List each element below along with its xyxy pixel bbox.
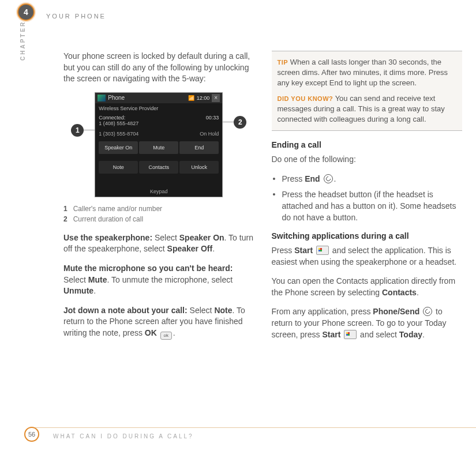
chapter-number-badge: 4 xyxy=(18,5,33,20)
phone-screen: Phone × Wireless Service Provider Connec… xyxy=(95,93,222,197)
contacts-bold: Contacts xyxy=(382,288,417,297)
switch-p2: You can open the Contacts application di… xyxy=(272,276,463,298)
page-header: 4 YOUR PHONE xyxy=(0,5,476,22)
mute-button: Mute xyxy=(139,141,178,154)
phone-statusbar: Phone × xyxy=(95,93,222,103)
mute-on-label: Mute xyxy=(88,275,107,284)
provider-name: Wireless Service Provider xyxy=(99,106,158,111)
section-name: YOUR PHONE xyxy=(46,13,106,20)
phone-send-bold: Phone/Send xyxy=(373,307,419,316)
end-bold: End xyxy=(305,174,320,183)
legend-2-num: 2 xyxy=(63,215,68,223)
clock xyxy=(197,95,210,101)
call-duration: 00:33 xyxy=(206,115,219,121)
phone-title: Phone xyxy=(108,95,125,101)
note-paragraph: Jot down a note about your call: Select … xyxy=(63,305,254,340)
left-column: Your phone screen is locked by default d… xyxy=(63,51,254,348)
chapter-label-vertical: CHAPTER xyxy=(20,21,26,61)
end-key-icon xyxy=(324,174,333,183)
held-number: 1 (303) 555-8704 xyxy=(99,131,138,137)
switching-heading: Switching applications during a call xyxy=(272,231,463,240)
note-label: Note xyxy=(214,306,232,315)
ending-call-list: Press End . Press the headset button (if… xyxy=(272,174,463,223)
phone-buttons-row1: Speaker On Mute End xyxy=(95,138,222,157)
callout-1: 1 xyxy=(71,124,84,137)
phone-send-icon xyxy=(423,307,432,316)
today-bold: Today xyxy=(399,330,422,339)
callout-2: 2 xyxy=(234,116,246,129)
active-number: 1 (408) 555-4827 xyxy=(95,121,222,130)
right-column: TIP When a call lasts longer than 30 sec… xyxy=(272,51,463,348)
close-icon: × xyxy=(212,94,220,102)
speaker-on-label: Speaker On xyxy=(179,233,224,242)
start-icon xyxy=(316,246,329,255)
tip-label: TIP xyxy=(278,59,288,66)
speakerphone-paragraph: Use the speakerphone: Select Speaker On.… xyxy=(63,232,254,255)
tip-box: TIP When a call lasts longer than 30 sec… xyxy=(272,51,463,131)
legend-1-text: Caller's name and/or number xyxy=(73,205,162,213)
signal-icon xyxy=(188,95,194,101)
end-bullet-2: Press the headset button (if the headset… xyxy=(272,189,463,223)
start-bold-1: Start xyxy=(294,246,313,255)
page-footer: 56 WHAT CAN I DO DURING A CALL? xyxy=(0,428,476,444)
speaker-off-label: Speaker Off xyxy=(167,244,213,253)
mute-title: Mute the microphone so you can't be hear… xyxy=(63,264,233,273)
connected-label: Connected: xyxy=(99,115,125,121)
switch-p1: Press Start and select the application. … xyxy=(272,245,463,268)
switch-p3: From any application, press Phone/Send t… xyxy=(272,306,463,340)
unlock-button: Unlock xyxy=(179,161,219,174)
provider-row: Wireless Service Provider xyxy=(95,103,222,114)
ending-call-intro: Do one of the following: xyxy=(272,154,463,166)
ok-label: OK xyxy=(145,328,157,337)
footer-rule xyxy=(33,427,476,428)
start-flag-icon xyxy=(98,95,106,102)
held-row: 1 (303) 555-8704 On Hold xyxy=(95,130,222,138)
connected-row: Connected: 00:33 xyxy=(95,114,222,121)
speaker-on-button: Speaker On xyxy=(99,141,138,154)
legend-2-text: Current duration of call xyxy=(73,215,143,223)
note-button: Note xyxy=(99,161,138,174)
end-bullet-1: Press End . xyxy=(272,174,463,185)
ending-call-heading: Ending a call xyxy=(272,140,463,149)
tip-text: When a call lasts longer than 30 seconds… xyxy=(278,58,448,87)
callout-legend: 1Caller's name and/or number 2Current du… xyxy=(63,204,254,224)
intro-paragraph: Your phone screen is locked by default d… xyxy=(63,51,254,85)
footer-title: WHAT CAN I DO DURING A CALL? xyxy=(53,433,194,439)
unmute-label: Unmute xyxy=(63,286,93,295)
start-icon-2 xyxy=(344,330,357,339)
page-number-badge: 56 xyxy=(24,427,39,442)
phone-buttons-row2: Note Contacts Unlock xyxy=(95,157,222,177)
speaker-title: Use the speakerphone: xyxy=(63,233,152,242)
dyk-label: DID YOU KNOW? xyxy=(278,95,333,102)
note-title: Jot down a note about your call: xyxy=(63,306,188,315)
ok-icon: ok xyxy=(160,332,172,340)
phone-screenshot: 1 2 Phone × Wireless Service Provider Co… xyxy=(95,93,222,197)
start-bold-2: Start xyxy=(322,330,340,339)
mute-paragraph: Mute the microphone so you can't be hear… xyxy=(63,263,254,297)
keypad-label: Keypad xyxy=(95,189,222,194)
legend-1-num: 1 xyxy=(63,205,68,213)
held-label: On Hold xyxy=(200,131,219,137)
end-button: End xyxy=(179,141,219,154)
contacts-button: Contacts xyxy=(139,161,178,174)
